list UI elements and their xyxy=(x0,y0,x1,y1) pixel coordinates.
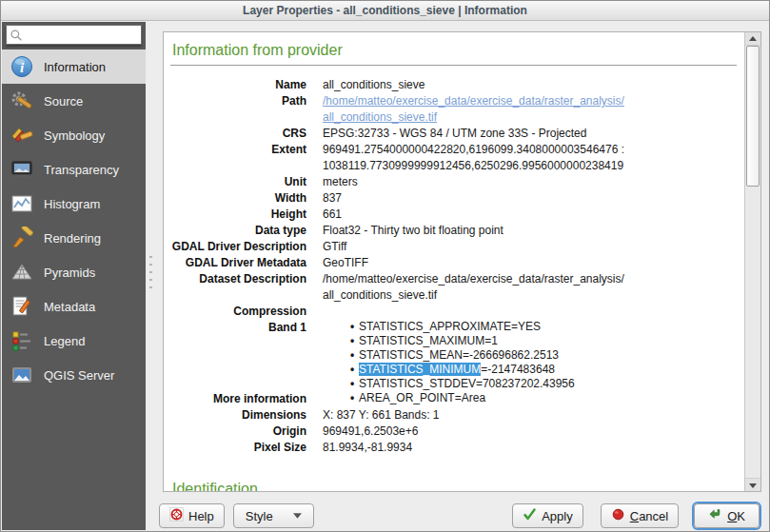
info-row-value xyxy=(323,304,737,320)
info-row: Path/home/matteo/exercise_data/exercise_… xyxy=(170,93,737,126)
sidebar-item-legend[interactable]: Legend xyxy=(2,324,146,358)
dialog-titlebar[interactable]: Layer Properties - all_conditions_sieve … xyxy=(1,1,769,21)
apply-button[interactable]: Apply xyxy=(512,503,583,528)
metadata-bullet-item: STATISTICS_APPROXIMATE=YES xyxy=(350,320,737,334)
ok-button[interactable]: OK xyxy=(694,503,760,528)
info-row-label: GDAL Driver Description xyxy=(170,239,323,255)
file-path-link[interactable]: /home/matteo/exercise_data/exercise_data… xyxy=(323,94,624,124)
sidebar-item-label: Pyramids xyxy=(44,266,95,280)
info-row-value: 969491,6.2503e+6 xyxy=(323,424,737,440)
cancel-button[interactable]: Cancel xyxy=(601,503,679,528)
info-row-label: Compression xyxy=(170,304,323,320)
selected-text-highlight: STATISTICS_MINIMUM xyxy=(359,363,481,376)
info-row-label: Unit xyxy=(170,174,323,190)
arrow-down-icon xyxy=(749,483,757,488)
help-button-label: Help xyxy=(188,509,214,523)
info-row-value: X: 837 Y: 661 Bands: 1 xyxy=(323,407,737,424)
help-button[interactable]: Help xyxy=(159,503,225,528)
scrollbar-thumb[interactable] xyxy=(746,46,760,187)
info-row-value: 81.9934,-81.9934 xyxy=(323,440,737,456)
sidebar-item-label: Information xyxy=(44,60,106,74)
sidebar-item-histogram[interactable]: Histogram xyxy=(2,187,146,221)
info-row-label: Width xyxy=(170,190,323,207)
scrollbar-down-button[interactable] xyxy=(745,478,760,491)
info-row: Band 1STATISTICS_APPROXIMATE=YESSTATISTI… xyxy=(170,320,737,391)
info-row-value: /home/matteo/exercise_data/exercise_data… xyxy=(323,93,737,126)
ok-return-arrow-icon xyxy=(708,507,722,524)
rendering-icon xyxy=(10,227,33,249)
info-row-value: EPSG:32733 - WGS 84 / UTM zone 33S - Pro… xyxy=(323,126,737,142)
info-row: Data typeFloat32 - Thirty two bit floati… xyxy=(170,223,737,239)
info-icon: i xyxy=(10,55,33,78)
info-row-label: Pixel Size xyxy=(170,440,323,456)
histogram-icon xyxy=(10,192,33,215)
provider-table: Nameall_conditions_sievePath/home/matteo… xyxy=(170,77,737,456)
content-scroll-area: Information from provider Nameall_condit… xyxy=(164,32,744,491)
info-row-label: Dataset Description xyxy=(170,271,323,304)
sidebar-nav: iInformationSourceSymbologyTransparencyH… xyxy=(2,49,146,392)
info-row: Compression xyxy=(170,304,737,320)
info-row-label: Data type xyxy=(170,223,323,239)
info-row: Height661 xyxy=(170,207,737,223)
info-row: Extent969491.2754000000422820,6196099.34… xyxy=(170,142,737,174)
apply-button-label: Apply xyxy=(542,509,573,523)
sidebar-item-label: Rendering xyxy=(44,231,101,246)
transparency-icon xyxy=(10,158,33,181)
info-row-label: CRS xyxy=(170,126,323,142)
help-lifebuoy-icon xyxy=(169,507,184,524)
splitter-grip[interactable] xyxy=(149,256,152,288)
metadata-bullet-item: AREA_OR_POINT=Area xyxy=(350,391,737,405)
metadata-bullet-item: STATISTICS_MEAN=-266696862.2513 xyxy=(350,348,737,363)
info-row-value: /home/matteo/exercise_data/exercise_data… xyxy=(323,271,737,304)
cancel-red-circle-icon xyxy=(611,507,625,524)
info-row: GDAL Driver MetadataGeoTIFF xyxy=(170,255,737,271)
info-row-label: More information xyxy=(170,391,323,407)
info-row: GDAL Driver DescriptionGTiff xyxy=(170,239,737,255)
dialog-button-box: Help Style Apply Cancel OK xyxy=(159,503,760,528)
sidebar-item-label: Source xyxy=(44,94,83,108)
provider-section-title: Information from provider xyxy=(172,42,737,59)
info-row-value: 661 xyxy=(323,207,737,223)
style-button[interactable]: Style xyxy=(233,503,314,528)
vertical-scrollbar[interactable] xyxy=(744,32,760,491)
sidebar-item-symbology[interactable]: Symbology xyxy=(2,118,146,152)
info-row: Width837 xyxy=(170,190,737,207)
search-input[interactable] xyxy=(26,27,139,43)
info-row: DimensionsX: 837 Y: 661 Bands: 1 xyxy=(170,407,737,424)
info-row-label: Path xyxy=(170,93,323,126)
sidebar-item-information[interactable]: iInformation xyxy=(2,49,146,84)
scrollbar-up-button[interactable] xyxy=(745,32,760,46)
metadata-bullet-list: AREA_OR_POINT=Area xyxy=(323,391,737,405)
sidebar-item-label: Transparency xyxy=(44,163,119,177)
metadata-bullet-item: STATISTICS_MAXIMUM=1 xyxy=(350,334,737,348)
chevron-down-icon xyxy=(293,513,302,519)
sidebar-item-source[interactable]: Source xyxy=(2,84,146,118)
dialog-title: Layer Properties - all_conditions_sieve … xyxy=(243,4,527,17)
pyramids-icon xyxy=(10,261,33,284)
info-row-value: 837 xyxy=(323,190,737,207)
info-row-label: Extent xyxy=(170,142,323,174)
ok-button-label: OK xyxy=(727,509,745,523)
info-row: Dataset Description/home/matteo/exercise… xyxy=(170,271,737,304)
info-row-value: STATISTICS_APPROXIMATE=YESSTATISTICS_MAX… xyxy=(323,320,737,391)
sidebar-item-transparency[interactable]: Transparency xyxy=(2,152,146,187)
metadata-icon xyxy=(10,295,33,318)
sidebar-item-qgis-server[interactable]: QGIS Server xyxy=(2,358,146,392)
sidebar-item-pyramids[interactable]: Pyramids xyxy=(2,255,146,289)
sidebar-item-label: Histogram xyxy=(44,197,100,211)
info-row-label: Dimensions xyxy=(170,407,323,424)
info-row: Unitmeters xyxy=(170,174,737,190)
sidebar-item-label: Legend xyxy=(44,334,85,348)
info-row-value: Float32 - Thirty two bit floating point xyxy=(323,223,737,239)
info-row-label: Origin xyxy=(170,424,323,440)
sidebar-item-rendering[interactable]: Rendering xyxy=(2,221,146,255)
sidebar-item-metadata[interactable]: Metadata xyxy=(2,289,146,324)
footer-spacer xyxy=(314,503,513,528)
info-row: More informationAREA_OR_POINT=Area xyxy=(170,391,737,407)
sidebar-item-label: QGIS Server xyxy=(44,368,114,383)
metadata-bullet-item: STATISTICS_MINIMUM=-2147483648 xyxy=(350,363,737,377)
info-row-label: Height xyxy=(170,207,323,223)
info-row-value: AREA_OR_POINT=Area xyxy=(323,391,737,407)
info-row-label: Band 1 xyxy=(170,320,323,391)
sidebar-item-label: Metadata xyxy=(44,300,95,314)
